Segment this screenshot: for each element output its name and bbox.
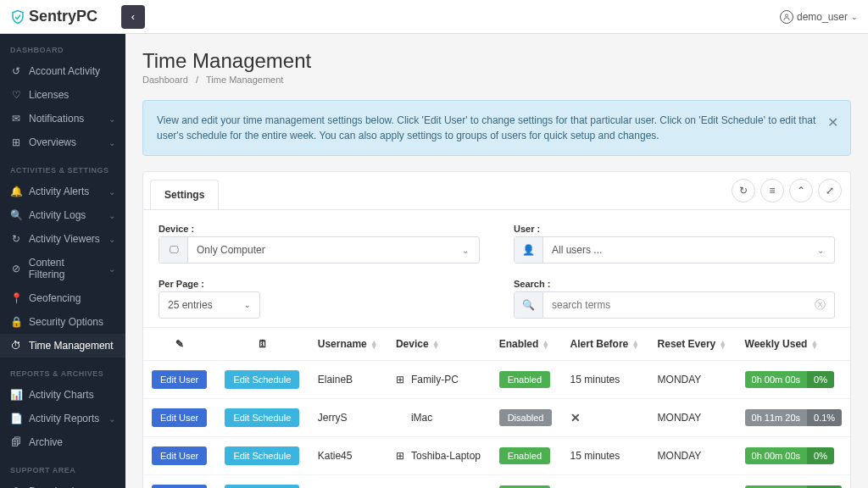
brand-logo[interactable]: SentryPC [10,8,97,25]
shield-icon [10,9,25,25]
chevron-left-icon: ‹ [131,10,135,23]
brand-name: SentryPC [29,8,97,25]
user-menu-label: demo_user [797,11,848,23]
chevron-down-icon: ⌄ [851,13,858,21]
user-menu[interactable]: demo_user ⌄ [780,10,858,24]
svg-point-0 [785,14,787,16]
sidebar-collapse-button[interactable]: ‹ [121,5,145,29]
user-icon [780,10,793,24]
